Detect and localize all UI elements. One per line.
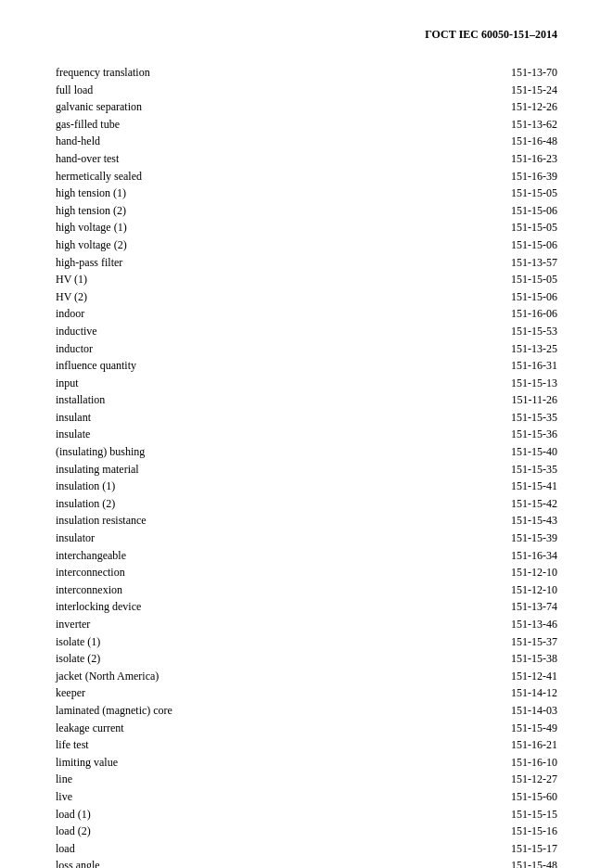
index-content: frequency translation151-13-70full load1…	[56, 64, 557, 868]
list-item: hand-over test151-16-23	[56, 150, 557, 168]
term-label: jacket (North America)	[56, 668, 511, 685]
term-label: live	[56, 788, 511, 806]
term-code: 151-16-31	[511, 357, 557, 375]
list-item: insulation (1)151-15-41	[56, 478, 557, 495]
term-code: 151-15-53	[511, 323, 557, 340]
list-item: HV (1)151-15-05	[56, 271, 557, 288]
list-item: load (1)151-15-15	[56, 806, 557, 823]
list-item: load151-15-17	[56, 840, 557, 858]
term-label: insulation resistance	[56, 512, 511, 530]
term-label: high voltage (2)	[56, 236, 511, 254]
term-label: load (2)	[56, 823, 511, 840]
term-label: high voltage (1)	[56, 219, 511, 236]
list-item: interconnexion151-12-10	[56, 581, 557, 599]
term-label: high tension (2)	[56, 202, 511, 220]
list-item: insulator151-15-39	[56, 530, 557, 547]
term-code: 151-15-39	[511, 530, 557, 547]
list-item: keeper151-14-12	[56, 684, 557, 702]
term-label: insulate	[56, 426, 511, 443]
list-item: installation151-11-26	[56, 391, 557, 409]
term-code: 151-15-37	[511, 633, 557, 651]
term-code: 151-15-05	[511, 271, 557, 288]
term-code: 151-12-27	[511, 771, 557, 788]
term-label: HV (2)	[56, 288, 511, 306]
list-item: live151-15-60	[56, 788, 557, 806]
term-code: 151-15-06	[511, 236, 557, 254]
term-code: 151-15-60	[511, 788, 557, 806]
term-code: 151-15-40	[511, 443, 557, 461]
term-label: (insulating) bushing	[56, 443, 511, 461]
list-item: insulation resistance151-15-43	[56, 512, 557, 530]
term-label: interchangeable	[56, 547, 511, 565]
term-code: 151-15-41	[511, 478, 557, 495]
term-code: 151-15-35	[511, 409, 557, 427]
list-item: hermetically sealed151-16-39	[56, 168, 557, 185]
term-code: 151-15-06	[511, 202, 557, 220]
term-label: insulation (1)	[56, 478, 511, 495]
list-item: high voltage (1)151-15-05	[56, 219, 557, 236]
term-label: influence quantity	[56, 357, 511, 375]
list-item: full load151-15-24	[56, 82, 557, 99]
term-label: interlocking device	[56, 598, 511, 616]
term-label: hand-over test	[56, 150, 511, 168]
list-item: load (2)151-15-16	[56, 823, 557, 840]
list-item: high tension (1)151-15-05	[56, 185, 557, 202]
list-item: frequency translation151-13-70	[56, 64, 557, 82]
term-label: life test	[56, 736, 511, 754]
term-code: 151-16-34	[511, 547, 557, 565]
term-code: 151-14-03	[511, 702, 557, 720]
term-label: inverter	[56, 616, 511, 633]
list-item: inverter151-13-46	[56, 616, 557, 633]
term-label: inductive	[56, 323, 511, 340]
list-item: interchangeable151-16-34	[56, 547, 557, 565]
list-item: insulating material151-15-35	[56, 461, 557, 479]
term-code: 151-13-25	[511, 340, 557, 358]
term-code: 151-13-74	[511, 598, 557, 616]
term-label: full load	[56, 82, 511, 99]
term-label: high-pass filter	[56, 254, 511, 272]
term-code: 151-15-38	[511, 650, 557, 668]
term-code: 151-11-26	[511, 391, 557, 409]
term-code: 151-15-05	[511, 219, 557, 236]
term-label: laminated (magnetic) core	[56, 702, 511, 720]
term-label: insulator	[56, 530, 511, 547]
list-item: inductor151-13-25	[56, 340, 557, 358]
term-code: 151-15-06	[511, 288, 557, 306]
term-code: 151-15-49	[511, 720, 557, 737]
term-code: 151-15-15	[511, 806, 557, 823]
term-label: high tension (1)	[56, 185, 511, 202]
term-code: 151-12-41	[511, 668, 557, 685]
list-item: line151-12-27	[56, 771, 557, 788]
term-label: loss angle	[56, 857, 511, 868]
document-title: ГОСТ IEC 60050-151–2014	[425, 28, 557, 41]
term-code: 151-13-46	[511, 616, 557, 633]
list-item: indoor151-16-06	[56, 305, 557, 323]
list-item: gas-filled tube151-13-62	[56, 116, 557, 134]
list-item: insulate151-15-36	[56, 426, 557, 443]
list-item: insulant151-15-35	[56, 409, 557, 427]
term-label: HV (1)	[56, 271, 511, 288]
list-item: leakage current151-15-49	[56, 720, 557, 737]
list-item: life test151-16-21	[56, 736, 557, 754]
term-label: indoor	[56, 305, 511, 323]
term-label: insulation (2)	[56, 495, 511, 513]
term-label: hand-held	[56, 133, 511, 150]
term-label: galvanic separation	[56, 98, 511, 116]
term-label: line	[56, 771, 511, 788]
list-item: high voltage (2)151-15-06	[56, 236, 557, 254]
page-header: ГОСТ IEC 60050-151–2014	[56, 28, 557, 45]
term-label: installation	[56, 391, 511, 409]
term-label: interconnection	[56, 564, 511, 581]
list-item: galvanic separation151-12-26	[56, 98, 557, 116]
term-label: input	[56, 375, 511, 392]
term-code: 151-15-13	[511, 375, 557, 392]
term-code: 151-16-23	[511, 150, 557, 168]
term-code: 151-13-62	[511, 116, 557, 134]
term-label: isolate (2)	[56, 650, 511, 668]
term-label: hermetically sealed	[56, 168, 511, 185]
term-code: 151-16-06	[511, 305, 557, 323]
term-code: 151-13-57	[511, 254, 557, 272]
list-item: jacket (North America)151-12-41	[56, 668, 557, 685]
term-code: 151-16-10	[511, 754, 557, 772]
list-item: hand-held151-16-48	[56, 133, 557, 150]
